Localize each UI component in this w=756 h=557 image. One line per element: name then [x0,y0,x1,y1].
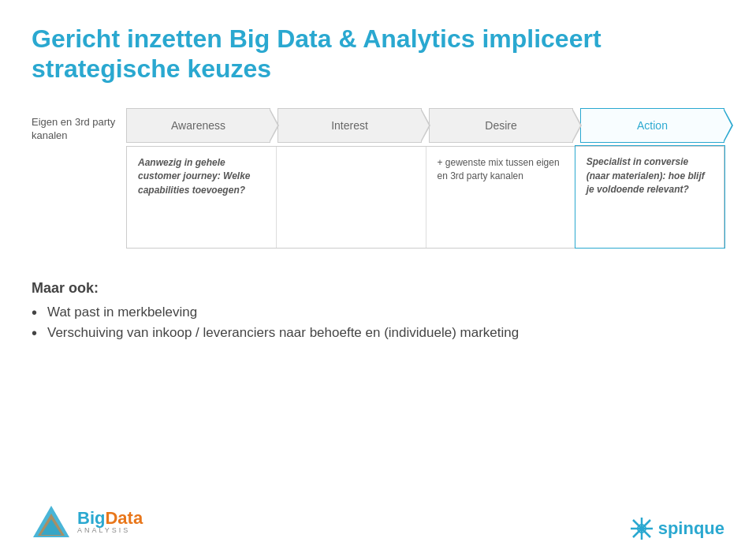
action-cell-text: Specialist in conversie (naar materialen… [587,156,705,195]
bullet-2-text: Verschuiving van inkoop / leveranciers n… [47,325,519,340]
interest-cell [277,147,426,248]
bigdata-logo: BigData ANALYSIS [32,502,143,541]
title-line2: strategische keuzes [32,54,271,83]
maar-ook-text: Maar ook: [32,280,99,296]
logo-data: Data [105,508,143,528]
spinque-label: spinque [658,518,724,539]
tab-awareness-label: Awareness [171,119,225,132]
tab-desire-arrow-inner [572,109,580,142]
bigdata-logo-icon [32,502,71,541]
awareness-cell-text: Aanwezig in gehele customer journey: Wel… [138,157,251,196]
tab-awareness[interactable]: Awareness [126,108,270,143]
page-title: Gericht inzetten Big Data & Analytics im… [32,24,724,84]
tab-desire-label: Desire [485,119,516,132]
logo-bigdata-line: BigData [77,510,143,527]
tab-interest[interactable]: Interest [277,108,422,143]
tab-action-label: Action [637,119,668,132]
cells-row: Aanwezig in gehele customer journey: Wel… [126,146,724,249]
logo-analysis: ANALYSIS [77,527,143,534]
bullet-list: Wat past in merkbeleving Verschuiving va… [32,305,724,341]
awareness-cell: Aanwezig in gehele customer journey: Wel… [127,147,277,248]
action-cell: Specialist in conversie (naar materialen… [575,145,725,249]
list-item: Verschuiving van inkoop / leveranciers n… [32,325,724,341]
tab-action[interactable]: Action [580,108,724,143]
maar-ook-heading: Maar ook: [32,280,724,297]
tabs-row: Awareness Interest Desire [126,108,724,143]
tab-interest-label: Interest [331,119,368,132]
tab-awareness-arrow-inner [269,109,277,142]
left-label-text: Eigen en 3rd party kanalen [32,116,115,141]
tab-desire[interactable]: Desire [429,108,573,143]
left-label: Eigen en 3rd party kanalen [32,108,126,143]
spinque-logo: spinque [629,516,724,541]
main-content: Eigen en 3rd party kanalen Awareness Int… [32,108,724,541]
tab-interest-arrow-inner [420,109,429,142]
title-line1: Gericht inzetten Big Data & Analytics im… [32,24,601,53]
logo-big: Big [77,508,105,528]
footer: BigData ANALYSIS spinque [32,494,724,541]
aida-section: Eigen en 3rd party kanalen Awareness Int… [32,108,724,249]
spinque-icon [629,516,654,541]
desire-cell-text: + gewenste mix tussen eigen en 3rd party… [438,157,560,181]
bigdata-logo-text: BigData ANALYSIS [77,510,143,534]
bullet-1-text: Wat past in merkbeleving [47,305,197,320]
bottom-section: Maar ook: Wat past in merkbeleving Versc… [32,280,724,494]
list-item: Wat past in merkbeleving [32,305,724,320]
tab-action-arrow-inner [723,109,732,142]
desire-cell: + gewenste mix tussen eigen en 3rd party… [426,147,576,248]
page: Gericht inzetten Big Data & Analytics im… [0,0,756,557]
aida-container: Awareness Interest Desire [126,108,724,249]
